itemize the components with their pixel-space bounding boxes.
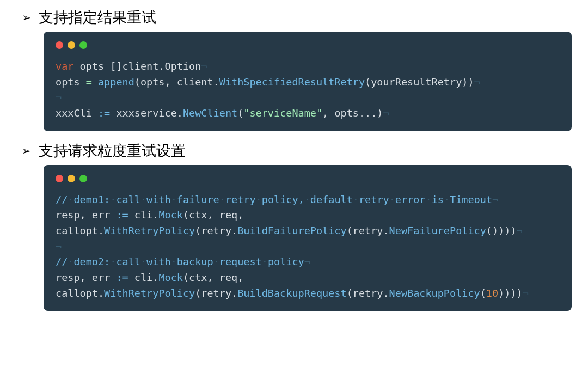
code-token: Mock bbox=[158, 209, 183, 221]
code-token: ¬ bbox=[56, 241, 62, 252]
code-token: . bbox=[231, 288, 237, 299]
code-token: := bbox=[116, 272, 128, 283]
section-heading: 支持指定结果重试 bbox=[39, 8, 156, 27]
code-token bbox=[92, 76, 98, 88]
code-token: NewBackupPolicy bbox=[389, 288, 480, 299]
code-token: resp, err bbox=[56, 209, 116, 221]
code-token: demo2: bbox=[74, 256, 110, 267]
code-token bbox=[74, 60, 79, 72]
code-token: ¬ bbox=[56, 91, 62, 103]
code-token: request bbox=[219, 256, 262, 267]
code-token: · bbox=[426, 194, 432, 205]
code-token: "serviceName" bbox=[243, 107, 322, 119]
window-dots bbox=[56, 175, 560, 182]
code-token: ¬ bbox=[304, 256, 310, 267]
code-token: · bbox=[110, 256, 116, 267]
code-token: error bbox=[395, 194, 426, 205]
code-token: NewClient bbox=[183, 107, 237, 119]
code-token: ... bbox=[359, 107, 377, 119]
code-token: (retry bbox=[195, 225, 231, 236]
code-token: . bbox=[213, 76, 219, 88]
code-token: retry bbox=[359, 194, 389, 205]
code-token: callopt bbox=[56, 288, 98, 299]
code-token: · bbox=[140, 194, 146, 205]
code-token: · bbox=[444, 194, 450, 205]
code-token: call bbox=[116, 256, 140, 267]
code-token: default bbox=[310, 194, 353, 205]
minimize-dot-icon bbox=[68, 175, 75, 182]
code-token: retry bbox=[225, 194, 256, 205]
code-token: · bbox=[353, 194, 359, 205]
code-token: (ctx, req, bbox=[183, 272, 243, 283]
code-token: . bbox=[152, 209, 158, 221]
code-token: (yourResultRetry)) bbox=[365, 76, 474, 88]
code-token: ()))) bbox=[486, 225, 517, 236]
code-token: // bbox=[56, 194, 68, 205]
code-token: . bbox=[158, 60, 164, 72]
code-token: opts []client bbox=[80, 60, 159, 72]
code-token: (retry bbox=[347, 225, 383, 236]
close-dot-icon bbox=[56, 41, 63, 49]
code-token: := bbox=[116, 209, 128, 221]
code-token: ¬ bbox=[474, 76, 480, 88]
code-token: policy bbox=[268, 256, 304, 267]
code-token: NewFailurePolicy bbox=[389, 225, 486, 236]
code-token: · bbox=[219, 194, 225, 205]
code-token: Option bbox=[165, 60, 201, 72]
triangle-bullet-icon: ➢ bbox=[22, 145, 31, 156]
code-token: xxxservice bbox=[110, 107, 177, 119]
code-token: WithSpecifiedResultRetry bbox=[219, 76, 365, 88]
code-token: · bbox=[213, 256, 219, 267]
code-token: WithRetryPolicy bbox=[104, 288, 195, 299]
code-token: (opts, client bbox=[134, 76, 213, 88]
code-token: cli bbox=[128, 272, 153, 283]
code-token: BuildFailurePolicy bbox=[237, 225, 346, 236]
code-token: (retry bbox=[195, 288, 231, 299]
code-token: · bbox=[256, 194, 262, 205]
code-token: policy, bbox=[262, 194, 304, 205]
code-token: ¬ bbox=[383, 107, 389, 119]
minimize-dot-icon bbox=[68, 41, 75, 49]
code-token: ( bbox=[237, 107, 243, 119]
code-token: append bbox=[98, 76, 134, 88]
code-token: · bbox=[68, 194, 74, 205]
zoom-dot-icon bbox=[79, 175, 87, 182]
code-card: var opts []client.Option¬ opts = append(… bbox=[44, 32, 572, 131]
code-token: . bbox=[177, 107, 183, 119]
bullet-item: ➢ 支持请求粒度重试设置 bbox=[22, 141, 577, 161]
close-dot-icon bbox=[56, 175, 63, 182]
code-token: callopt bbox=[56, 225, 98, 236]
code-token: backup bbox=[177, 256, 213, 267]
code-token: 10 bbox=[486, 288, 498, 299]
code-token: . bbox=[98, 225, 104, 236]
code-card: //·demo1:·call·with·failure·retry·policy… bbox=[44, 165, 572, 311]
code-token: . bbox=[231, 225, 237, 236]
code-token: · bbox=[171, 256, 177, 267]
triangle-bullet-icon: ➢ bbox=[22, 12, 31, 23]
code-token: demo1: bbox=[74, 194, 110, 205]
code-token: // bbox=[56, 256, 68, 267]
bullet-item: ➢ 支持指定结果重试 bbox=[22, 8, 577, 27]
code-token: opts bbox=[56, 76, 86, 88]
code-token: (ctx, req, bbox=[183, 209, 243, 221]
code-token: )))) bbox=[498, 288, 523, 299]
code-token: cli bbox=[128, 209, 153, 221]
code-token: (retry bbox=[347, 288, 383, 299]
code-token: ¬ bbox=[201, 60, 207, 72]
window-dots bbox=[56, 41, 560, 49]
code-token: ( bbox=[480, 288, 486, 299]
code-token: . bbox=[383, 288, 389, 299]
code-token: var bbox=[56, 60, 74, 72]
code-token: . bbox=[98, 288, 104, 299]
code-token: · bbox=[389, 194, 395, 205]
code-token: · bbox=[262, 256, 268, 267]
code-token: WithRetryPolicy bbox=[104, 225, 195, 236]
page: ➢ 支持指定结果重试 var opts []client.Option¬ opt… bbox=[0, 0, 588, 332]
code-token: ¬ bbox=[523, 288, 529, 299]
code-token: Timeout bbox=[450, 194, 492, 205]
code-block: //·demo1:·call·with·failure·retry·policy… bbox=[56, 192, 560, 302]
code-token: · bbox=[171, 194, 177, 205]
zoom-dot-icon bbox=[79, 41, 87, 49]
code-token: ¬ bbox=[517, 225, 523, 236]
code-token: , opts bbox=[322, 107, 359, 119]
